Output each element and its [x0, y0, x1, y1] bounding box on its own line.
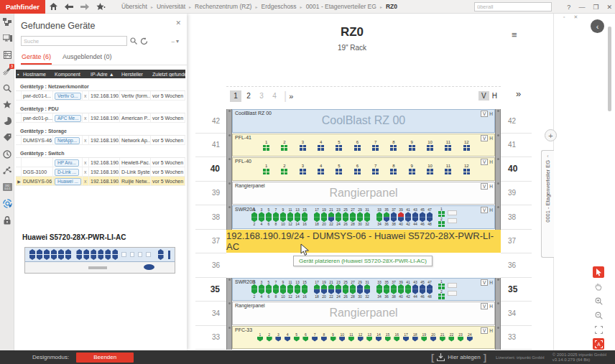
device-v-button[interactable]: V [481, 327, 488, 334]
rack-icon[interactable] [0, 47, 14, 63]
table-row[interactable]: pwr-dc01-p...APC Me...x192.168.190...Ame… [16, 113, 185, 123]
global-search-input[interactable] [475, 4, 549, 10]
forward-icon[interactable] [77, 0, 93, 14]
device-v-button[interactable]: V [481, 135, 488, 141]
device-h-button[interactable]: H [489, 304, 493, 309]
page-button[interactable]: 1 [230, 90, 241, 102]
row-remove-button[interactable]: x [83, 136, 89, 145]
pagination-more[interactable]: » [289, 92, 292, 101]
orientation-h-button[interactable]: H [492, 92, 497, 100]
device-table-header[interactable]: ▪ Hostname Komponent IP-Adre ▲ Herstelle… [16, 70, 185, 78]
component-chip[interactable]: NetApp... [55, 137, 80, 144]
device-orientation-toggle[interactable]: VH [481, 111, 493, 117]
device-v-button[interactable]: V [481, 183, 488, 190]
favorites-icon[interactable] [0, 96, 14, 113]
breadcrumb-item[interactable]: Rechenzentrum (RZ) [195, 3, 251, 10]
reports-icon[interactable] [0, 113, 14, 129]
table-row[interactable]: DGS-3100D-Link ...x192.168.190...D-Link … [16, 167, 185, 177]
pointer-tool-button[interactable] [593, 266, 604, 278]
row-remove-button[interactable]: x [83, 177, 89, 186]
breadcrumb-item[interactable]: Übersicht [121, 3, 147, 10]
device-orientation-toggle[interactable]: VH [481, 183, 493, 190]
component-chip[interactable]: Huawei ... [55, 178, 81, 185]
breadcrumb-item[interactable]: 0001 - Etagenverteiler EG [306, 3, 376, 10]
maximize-button[interactable]: ❐ [593, 4, 598, 11]
home-icon[interactable] [45, 0, 61, 14]
back-icon[interactable] [61, 0, 77, 14]
vertical-scrollbar[interactable] [608, 27, 611, 111]
location-vertical-tab[interactable]: ‹ 0001 - Etagenverteiler EG [541, 150, 554, 258]
device-v-button[interactable]: V [481, 279, 488, 286]
page-button[interactable]: 3 [256, 90, 267, 102]
table-row[interactable]: pwr-dc01-t...Vertiv G...x192.168.190...V… [16, 91, 185, 101]
device-v-button[interactable]: V [481, 303, 488, 309]
rack-menu-icon[interactable]: ≡ [512, 29, 517, 40]
rack-expand-icon[interactable]: » [516, 88, 519, 99]
rack-device-pfc-33[interactable]: PFC-33VH12345678910111213141516171819202… [232, 326, 495, 350]
row-remove-button[interactable]: x [83, 158, 89, 167]
rack-device-rangierpanel[interactable]: RangierpanelVHRangierpanel [232, 182, 495, 205]
panel-search-input[interactable] [22, 38, 126, 45]
device-orientation-toggle[interactable]: VH [481, 207, 493, 213]
device-orientation-toggle[interactable]: VH [481, 327, 493, 334]
device-v-button[interactable]: V [481, 111, 488, 117]
refresh-icon[interactable] [140, 37, 148, 45]
auto-fit-button[interactable]: A [593, 338, 604, 350]
rack-device-swr20b[interactable]: SWR20BVH12345678910111213141516171819202… [232, 278, 495, 302]
header-ip[interactable]: IP-Adre ▲ [89, 72, 120, 77]
rack-device-pfl-41[interactable]: PFL-41VH123456789101112 [232, 134, 495, 157]
help-button[interactable]: ? [567, 4, 570, 11]
orientation-v-button[interactable]: V [478, 91, 489, 101]
favorite-add-icon[interactable] [93, 0, 108, 14]
component-chip[interactable]: HP Aru... [55, 159, 79, 167]
device-orientation-toggle[interactable]: VH [481, 159, 493, 165]
device-h-button[interactable]: H [489, 136, 493, 141]
row-remove-button[interactable]: x [83, 167, 89, 177]
zoom-in-button[interactable] [593, 295, 604, 307]
drop-target[interactable]: [ Hier ablegen ] [431, 352, 486, 363]
device-v-button[interactable]: V [481, 207, 488, 213]
breadcrumb-item[interactable]: Erdgeschoss [261, 3, 296, 10]
breadcrumb-item[interactable]: Universität [157, 3, 185, 10]
discovery-scan-icon[interactable] [0, 195, 14, 212]
table-row[interactable]: DUMSYS-46NetApp...x192.168.190...Network… [16, 136, 185, 145]
panel-collapse-controls[interactable]: –▾ [172, 38, 180, 45]
history-icon[interactable] [0, 146, 14, 162]
page-button[interactable]: 4 [269, 90, 280, 102]
topology-icon[interactable] [0, 14, 14, 30]
device-h-button[interactable]: H [489, 111, 493, 116]
row-remove-button[interactable]: x [83, 91, 89, 101]
rack-device-swr20a[interactable]: SWR20AVH12345678910111213141516171819202… [232, 205, 495, 229]
minimize-button[interactable]: — [578, 4, 585, 11]
header-vendor[interactable]: Hersteller [120, 72, 151, 77]
component-chip[interactable]: APC Me... [55, 115, 81, 122]
device-h-button[interactable]: H [489, 159, 493, 164]
rack-device-rangierpanel[interactable]: RangierpanelVHRangierpanel [232, 302, 495, 325]
rack-device-coolblast rz 00[interactable]: CoolBlast RZ 00VHCoolBlast RZ 00 [232, 109, 495, 133]
collapse-panel-button[interactable]: ‹ [591, 19, 604, 33]
devices-icon[interactable] [0, 30, 14, 47]
search-tool-icon[interactable] [0, 80, 14, 96]
breadcrumb-item[interactable]: RZ0 [386, 3, 397, 10]
tab-ausgeblendet[interactable]: Ausgeblendet (0) [62, 52, 113, 65]
device-h-button[interactable]: H [489, 328, 493, 333]
table-row[interactable]: ▶DUMSYS-06Huawei ...x192.168.190...Ruiji… [16, 177, 185, 186]
pan-tool-button[interactable] [593, 281, 604, 292]
device-v-button[interactable]: V [481, 159, 488, 165]
device-drop-highlight[interactable]: 192.168.190.19/24 - DUMSYS-06 - Huawei S… [226, 230, 501, 253]
device-orientation-toggle[interactable]: VH [481, 135, 493, 141]
fit-view-button[interactable] [593, 324, 604, 335]
connections-icon[interactable] [0, 162, 14, 179]
page-button[interactable]: 2 [243, 90, 254, 102]
ip-networks-icon[interactable]: 192.0.0.1 [0, 179, 14, 195]
panel-search-icon[interactable] [130, 37, 137, 45]
end-designmode-button[interactable]: Beenden [76, 353, 134, 363]
panel-close-icon[interactable]: ✕ [175, 19, 181, 27]
lock-icon[interactable] [0, 212, 14, 228]
add-tab-button[interactable]: + [545, 129, 557, 141]
component-chip[interactable]: Vertiv G... [55, 93, 81, 100]
device-orientation-toggle[interactable]: VH [481, 303, 493, 309]
close-button[interactable]: ✕ [606, 4, 612, 11]
header-component[interactable]: Komponent [53, 72, 83, 77]
header-found[interactable]: Zuletzt gefunden [151, 72, 185, 77]
